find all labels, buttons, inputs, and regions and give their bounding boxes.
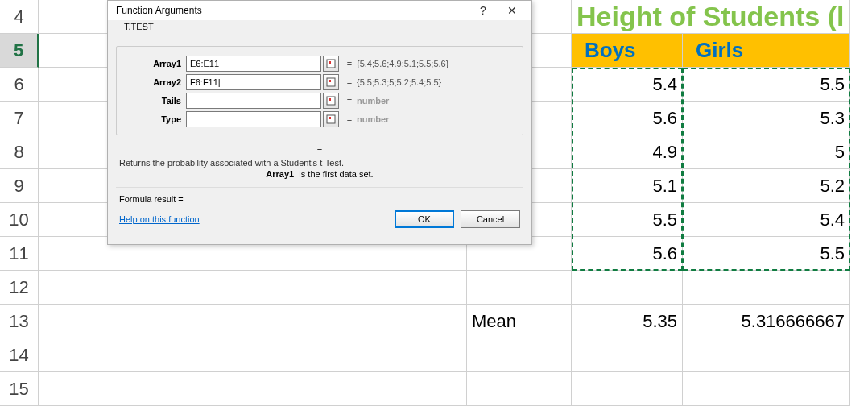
- row-header-11[interactable]: 11: [0, 237, 39, 271]
- cell-boys[interactable]: 5.4: [572, 68, 683, 102]
- mean-label-cell[interactable]: Mean: [467, 305, 572, 338]
- cell[interactable]: [39, 271, 467, 305]
- header-girls[interactable]: Girls: [683, 34, 850, 68]
- cell[interactable]: [572, 338, 683, 372]
- cell-girls[interactable]: 5.4: [683, 203, 850, 237]
- equals-sign: =: [344, 59, 355, 68]
- cell[interactable]: [572, 372, 683, 406]
- cell[interactable]: [683, 271, 850, 305]
- header-boys[interactable]: Boys: [572, 34, 683, 68]
- range-picker-icon[interactable]: [323, 56, 339, 72]
- row-header-5[interactable]: 5: [0, 34, 39, 68]
- range-picker-icon[interactable]: [323, 111, 339, 127]
- array2-input[interactable]: [186, 74, 321, 90]
- cell[interactable]: [467, 271, 572, 305]
- mean-girls[interactable]: 5.316666667: [683, 305, 850, 338]
- function-description: Returns the probability associated with …: [119, 158, 520, 168]
- dialog-titlebar[interactable]: Function Arguments ? ✕: [108, 1, 531, 20]
- help-icon[interactable]: ?: [469, 1, 498, 20]
- tails-input[interactable]: [186, 93, 321, 109]
- type-input[interactable]: [186, 111, 321, 127]
- cell[interactable]: [39, 372, 467, 406]
- row-header-8[interactable]: 8: [0, 135, 39, 169]
- cancel-button[interactable]: Cancel: [461, 210, 520, 228]
- close-icon[interactable]: ✕: [498, 1, 527, 20]
- ok-button[interactable]: OK: [395, 210, 454, 228]
- arg-label: Tails: [122, 96, 186, 106]
- arg-description: Array1 is the first data set.: [119, 169, 520, 179]
- cell-girls[interactable]: 5.2: [683, 169, 850, 203]
- row-header-15[interactable]: 15: [0, 372, 39, 406]
- arg-label: Array2: [122, 77, 186, 87]
- function-arguments-dialog: Function Arguments ? ✕ T.TEST Array1 = {…: [107, 0, 532, 245]
- row-header-9[interactable]: 9: [0, 169, 39, 203]
- svg-rect-3: [329, 80, 331, 82]
- svg-rect-5: [329, 98, 331, 101]
- lone-equals: =: [119, 143, 520, 153]
- help-link[interactable]: Help on this function: [119, 214, 200, 224]
- row-headers: 4 5 6 7 8 9 10 11 12 13 14 15: [0, 0, 39, 406]
- array1-input[interactable]: [186, 56, 321, 72]
- range-picker-icon[interactable]: [323, 74, 339, 90]
- arg-result: {5.5;5.3;5;5.2;5.4;5.5}: [357, 77, 441, 87]
- cell-boys[interactable]: 5.6: [572, 102, 683, 135]
- row-header-12[interactable]: 12: [0, 271, 39, 305]
- row-header-6[interactable]: 6: [0, 68, 39, 102]
- cell-boys[interactable]: 5.6: [572, 237, 683, 271]
- mean-boys[interactable]: 5.35: [572, 305, 683, 338]
- arg-result: number: [357, 114, 389, 124]
- row-header-13[interactable]: 13: [0, 305, 39, 338]
- svg-rect-7: [329, 117, 331, 119]
- cell[interactable]: [467, 372, 572, 406]
- cell[interactable]: [683, 372, 850, 406]
- row-header-10[interactable]: 10: [0, 203, 39, 237]
- formula-result: Formula result =: [119, 194, 520, 204]
- row-header-14[interactable]: 14: [0, 338, 39, 372]
- cell-boys[interactable]: 5.1: [572, 169, 683, 203]
- arg-label: Array1: [122, 59, 186, 68]
- cell-girls[interactable]: 5: [683, 135, 850, 169]
- row-header-4[interactable]: 4: [0, 0, 39, 34]
- row-header-7[interactable]: 7: [0, 102, 39, 135]
- title-cell[interactable]: Height of Students (l: [572, 0, 850, 34]
- arg-result: number: [357, 96, 389, 106]
- svg-rect-1: [329, 61, 331, 64]
- cell[interactable]: [467, 338, 572, 372]
- cell[interactable]: [39, 305, 467, 338]
- arg-label: Type: [122, 114, 186, 124]
- cell[interactable]: [572, 271, 683, 305]
- cell-girls[interactable]: 5.5: [683, 237, 850, 271]
- equals-sign: =: [344, 114, 355, 124]
- cell-girls[interactable]: 5.5: [683, 68, 850, 102]
- cell[interactable]: [683, 338, 850, 372]
- cell-boys[interactable]: 5.5: [572, 203, 683, 237]
- function-name: T.TEST: [121, 22, 157, 31]
- dialog-title: Function Arguments: [116, 5, 202, 16]
- arg-result: {5.4;5.6;4.9;5.1;5.5;5.6}: [357, 59, 448, 68]
- equals-sign: =: [344, 96, 355, 106]
- cell-boys[interactable]: 4.9: [572, 135, 683, 169]
- range-picker-icon[interactable]: [323, 93, 339, 109]
- cell-girls[interactable]: 5.3: [683, 102, 850, 135]
- cell[interactable]: [39, 338, 467, 372]
- equals-sign: =: [344, 77, 355, 87]
